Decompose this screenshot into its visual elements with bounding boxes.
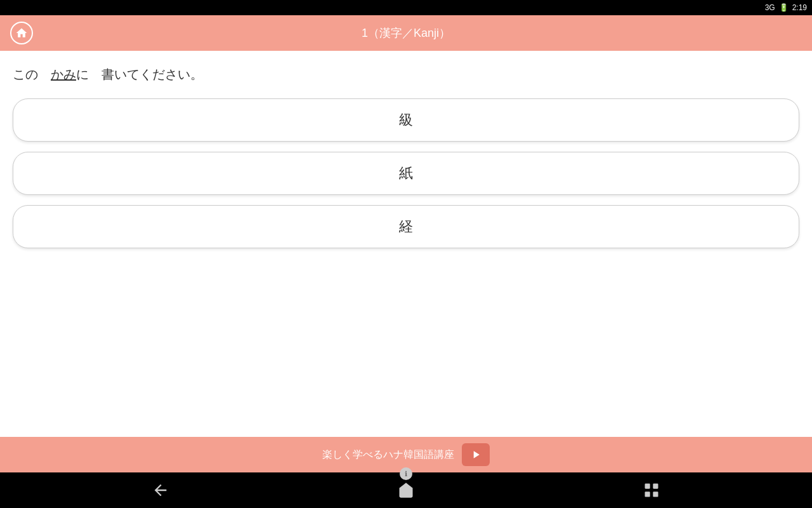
ad-bar: 楽しく学べるハナ韓国語講座 ℹ: [0, 437, 812, 472]
question-prefix: この: [13, 67, 51, 81]
answer-option-3[interactable]: 経: [13, 205, 799, 248]
home-button[interactable]: [10, 22, 33, 44]
svg-rect-2: [645, 491, 650, 497]
answer-option-2[interactable]: 紙: [13, 152, 799, 195]
status-bar: 3G 🔋 2:19: [0, 0, 812, 15]
app-bar: 1（漢字／Kanji）: [0, 15, 812, 51]
recents-icon: [643, 481, 660, 499]
time-display: 2:19: [792, 3, 807, 12]
svg-rect-3: [653, 491, 658, 497]
svg-rect-1: [653, 484, 658, 489]
ad-text: 楽しく学べるハナ韓国語講座: [322, 448, 454, 462]
battery-icon: 🔋: [779, 3, 789, 12]
svg-rect-0: [645, 484, 650, 489]
network-indicator: 3G: [765, 3, 775, 12]
main-content: この かみに 書いてください。 級 紙 経: [0, 51, 812, 437]
info-icon: ℹ: [400, 467, 412, 480]
home-nav-button[interactable]: [397, 481, 415, 499]
back-nav-button[interactable]: [152, 481, 169, 499]
question-underlined: かみ: [51, 67, 76, 81]
arrow-right-icon: [469, 448, 482, 461]
answer-options: 級 紙 経: [13, 98, 799, 248]
home-nav-icon: [397, 481, 415, 499]
app-bar-title: 1（漢字／Kanji）: [362, 25, 450, 41]
home-icon: [15, 27, 28, 39]
recents-nav-button[interactable]: [643, 481, 660, 499]
question-text: この かみに 書いてください。: [13, 66, 799, 83]
answer-option-1[interactable]: 級: [13, 98, 799, 142]
back-icon: [152, 481, 169, 499]
ad-arrow-button[interactable]: [462, 443, 490, 466]
question-suffix: に 書いてください。: [76, 67, 203, 81]
